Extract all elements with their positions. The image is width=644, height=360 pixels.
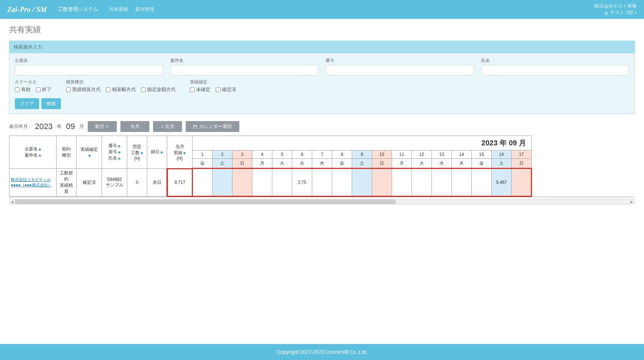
th-day-num: 8: [332, 150, 352, 159]
th-day-dow: 水: [432, 159, 452, 169]
cell-day-value[interactable]: [232, 169, 252, 196]
sort-icon[interactable]: ◆: [118, 156, 121, 160]
prev-month-button[interactable]: 前月＜: [88, 121, 117, 132]
display-label: 表示年月 :: [9, 123, 30, 130]
th-deadline[interactable]: 締日◆: [147, 136, 167, 169]
cell-day-value[interactable]: [272, 169, 292, 196]
th-day-dow: 月: [252, 159, 272, 169]
sort-icon[interactable]: ◆: [38, 147, 41, 151]
name-label: 氏名: [481, 58, 629, 64]
cell-day-value[interactable]: [512, 169, 532, 196]
checkbox-unconfirmed[interactable]: 未確定: [190, 86, 210, 93]
svg-point-0: [606, 11, 607, 13]
th-day-dow: 日: [372, 159, 392, 169]
caret-down-icon: ▾: [635, 11, 637, 15]
case-input[interactable]: [170, 65, 319, 75]
number-label: 番号: [326, 58, 474, 64]
next-month-button[interactable]: ＞次月: [153, 121, 182, 132]
cell-company-case[interactable]: 株式会社コネクティル●●●●（●●●株式会社）: [9, 169, 57, 196]
search-panel: 検索条件入力 企業名 案件名 番号 氏名: [9, 41, 635, 114]
cell-contract: 工数契約実績精算: [57, 169, 77, 196]
nav-shared-link[interactable]: 共有実績: [109, 6, 128, 13]
scroll-right-arrow[interactable]: ▶: [629, 199, 635, 204]
th-day-num: 2: [212, 150, 232, 159]
sort-icon[interactable]: ◆: [160, 150, 163, 154]
th-day-dow: 火: [412, 159, 432, 169]
cell-day-value[interactable]: [412, 169, 432, 196]
checkbox-actual[interactable]: 実績精算方式: [66, 86, 100, 93]
cell-day-value[interactable]: [312, 169, 332, 196]
cell-day-value[interactable]: 2.75: [292, 169, 312, 196]
th-num-name[interactable]: 番号◆ 屋号◆ 氏名◆: [102, 136, 127, 169]
th-day-num: 12: [412, 150, 432, 159]
scroll-left-arrow[interactable]: ◀: [9, 199, 15, 204]
th-day-num: 14: [452, 150, 472, 159]
th-day-dow: 金: [472, 159, 492, 169]
status-group-label: ステータス: [15, 79, 51, 85]
clear-button[interactable]: クリア: [15, 98, 39, 109]
sort-icon[interactable]: ◆: [88, 153, 91, 157]
th-day-num: 1: [193, 150, 212, 159]
th-day-dow: 土: [352, 159, 372, 169]
confirm-group-label: 実績確定: [190, 79, 236, 85]
user-menu[interactable]: 株式会社テスト商事 テスト 5郎 ▾: [594, 3, 637, 16]
table-row: 株式会社コネクティル●●●●（●●●株式会社）工数契約実績精算確定済S94682…: [9, 169, 532, 196]
cell-day-value[interactable]: [212, 169, 232, 196]
calendar-select-button[interactable]: カレンダー選択: [186, 121, 239, 132]
cell-day-value[interactable]: [472, 169, 492, 196]
th-day-num: 11: [392, 150, 412, 159]
checkbox-valid[interactable]: 有効: [15, 86, 30, 93]
sort-icon[interactable]: ◆: [38, 153, 41, 157]
search-panel-header: 検索条件入力: [9, 41, 635, 53]
page-title: 共有実績: [9, 24, 635, 35]
name-input[interactable]: [481, 65, 629, 75]
checkbox-confirmed[interactable]: 確定済: [216, 86, 236, 93]
user-icon: [604, 11, 608, 15]
cell-day-value[interactable]: [193, 169, 212, 196]
cell-day-value[interactable]: [352, 169, 372, 196]
cell-est: 0: [127, 169, 147, 196]
th-month-header: 2023 年 09 月: [193, 136, 532, 150]
th-day-num: 10: [372, 150, 392, 159]
th-day-dow: 月: [392, 159, 412, 169]
cell-confirm: 確定済: [77, 169, 102, 196]
cell-day-value[interactable]: [452, 169, 472, 196]
sort-icon[interactable]: ◆: [118, 144, 121, 148]
cell-day-value[interactable]: [432, 169, 452, 196]
sort-icon[interactable]: ◆: [118, 150, 121, 154]
display-year: 2023: [34, 122, 53, 131]
th-day-num: 5: [272, 150, 292, 159]
sort-icon[interactable]: ◆: [183, 151, 186, 155]
cell-day-value[interactable]: [372, 169, 392, 196]
th-est[interactable]: 想定 工数◆ (H): [127, 136, 147, 169]
th-confirm[interactable]: 実績確定◆: [77, 136, 102, 169]
th-day-num: 17: [512, 150, 532, 159]
checkbox-ended[interactable]: 終了: [36, 86, 51, 93]
th-day-num: 4: [252, 150, 272, 159]
checkbox-fixed[interactable]: 固定金額方式: [141, 86, 176, 93]
horizontal-scrollbar[interactable]: ◀ ▶: [9, 199, 635, 204]
cell-day-value[interactable]: [332, 169, 352, 196]
th-day-dow: 土: [212, 159, 232, 169]
sort-icon[interactable]: ◆: [140, 151, 143, 155]
cell-day-value[interactable]: 5.467: [492, 169, 512, 196]
cell-month-result: 9.717: [167, 169, 193, 196]
nav-cases-link[interactable]: 案件管理: [135, 6, 154, 13]
checkbox-range[interactable]: 精算幅方式: [106, 86, 136, 93]
cell-day-value[interactable]: [252, 169, 272, 196]
th-day-dow: 火: [272, 159, 292, 169]
th-day-dow: 木: [312, 159, 332, 169]
svg-rect-1: [193, 125, 197, 128]
cell-deadline: 末日: [147, 169, 167, 196]
user-name: テスト 5郎: [610, 9, 633, 16]
search-button[interactable]: 検索: [41, 98, 61, 109]
this-month-button[interactable]: 今月: [120, 121, 149, 132]
cell-day-value[interactable]: [392, 169, 412, 196]
case-label: 案件名: [170, 58, 319, 64]
number-input[interactable]: [326, 65, 474, 75]
company-input[interactable]: [15, 65, 163, 75]
th-company-case[interactable]: 企業名◆ 案件名◆: [9, 136, 57, 169]
th-day-num: 13: [432, 150, 452, 159]
scrollbar-thumb[interactable]: [15, 199, 396, 204]
th-month-result[interactable]: 当月 実績◆ (H): [167, 136, 193, 169]
